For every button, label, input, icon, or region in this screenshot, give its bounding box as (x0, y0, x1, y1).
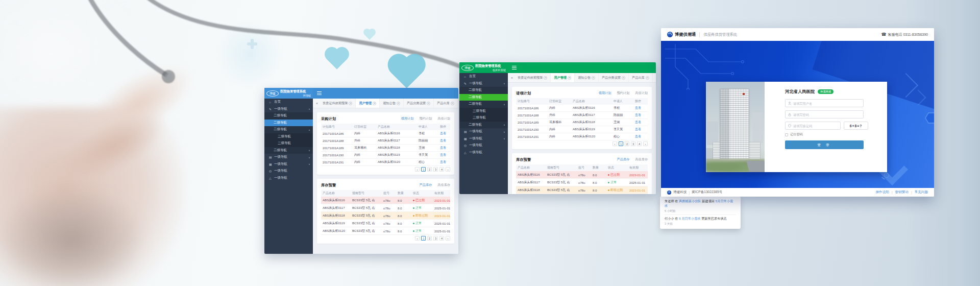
tab-outbound[interactable]: 产品出库× (629, 73, 653, 82)
tab-certificates[interactable]: 资质证件效期预警× (514, 73, 551, 82)
captcha-input[interactable] (793, 124, 838, 128)
page-2[interactable]: 2 (427, 167, 432, 172)
page-prev[interactable]: ‹ (415, 167, 420, 172)
page-next[interactable]: › (446, 167, 450, 172)
plan-link[interactable]: 高值计划 (635, 91, 648, 96)
sidebar-item-nav1[interactable]: △一级导航 (459, 149, 508, 156)
sidebar-item-nav1[interactable]: ✎一级导航∧ (264, 106, 313, 113)
view-link[interactable]: 查看 (438, 138, 450, 143)
sidebar-item-nav2[interactable]: 二级导航 (264, 112, 313, 120)
captcha-question[interactable]: 6+8=? (844, 122, 868, 130)
stock-link[interactable]: 高值库存 (437, 183, 450, 187)
page-2[interactable]: 2 (427, 236, 432, 241)
sidebar-item-nav2[interactable]: 二级导航∧ (264, 126, 313, 133)
sidebar-item-nav2[interactable]: 二级导航∧ (459, 101, 508, 108)
view-link[interactable]: 查看 (438, 131, 450, 136)
feed-link[interactable]: 风辉精英小分队 (679, 199, 701, 203)
tab-close-icon[interactable]: × (349, 102, 352, 105)
sidebar-item-home[interactable]: ⌂首页 (264, 99, 313, 106)
sidebar-item-nav1[interactable]: ◎一级导航 (264, 168, 313, 175)
sidebar-item-nav1[interactable]: ✎一级导航∧ (459, 80, 508, 87)
view-link[interactable]: 查看 (438, 153, 450, 157)
tab-outbound[interactable]: 产品出库× (434, 99, 458, 108)
tab-close-icon[interactable]: × (568, 76, 571, 80)
sidebar-item-nav1[interactable]: ▦一级导航∨ (459, 135, 508, 142)
sidebar-item-nav2-active[interactable]: 二级导航 (459, 94, 508, 101)
tab-close-icon[interactable]: × (592, 76, 595, 80)
tab-notices[interactable]: 通知公告× (575, 73, 599, 82)
page-4[interactable]: 4 (439, 236, 444, 241)
tab-categories[interactable]: 产品分类设置× (404, 99, 434, 108)
tab-certificates[interactable]: 资质证件效期预警× (320, 99, 356, 108)
view-link[interactable]: 查看 (633, 113, 645, 117)
sidebar-item-nav1[interactable]: ◎一级导航 (459, 142, 508, 149)
page-next[interactable]: › (446, 236, 450, 241)
tab-categories[interactable]: 产品分类设置× (599, 73, 629, 82)
page-3[interactable]: 3 (433, 167, 438, 172)
sidebar-item-nav2[interactable]: 二级导航∨ (459, 122, 508, 129)
view-link[interactable]: 查看 (633, 127, 645, 132)
feed-link[interactable]: 5 月日常小需求 (679, 217, 700, 220)
footer-link-faq[interactable]: 常见问题 (915, 190, 928, 195)
sidebar-item-nav3[interactable]: 三级导航 (459, 114, 508, 122)
password-input[interactable] (793, 113, 861, 116)
sidebar-item-nav3[interactable]: 三级导航 (264, 133, 313, 140)
page-4[interactable]: 4 (637, 141, 642, 146)
plan-link[interactable]: 预约计划 (420, 116, 432, 121)
tab-close-icon[interactable]: × (544, 76, 547, 80)
password-field[interactable] (785, 110, 864, 118)
tab-users[interactable]: 用户管理× (356, 99, 380, 108)
collapse-tabs-icon[interactable]: « (314, 102, 320, 105)
page-prev[interactable]: ‹ (415, 236, 420, 241)
tab-close-icon[interactable]: × (622, 76, 625, 80)
tab-close-icon[interactable]: × (373, 102, 376, 105)
sidebar-item-nav3[interactable]: 三级导航 (264, 140, 313, 147)
sidebar-item-nav2[interactable]: 二级导航 (459, 87, 508, 94)
stock-link[interactable]: 产品库存 (420, 183, 432, 187)
footer-link-keydriver[interactable]: 密钥驱动 (895, 190, 909, 195)
view-link[interactable]: 查看 (438, 146, 450, 150)
sidebar-item-nav3[interactable]: 三级导航 (459, 108, 508, 115)
page-next[interactable]: › (643, 141, 648, 146)
plan-link[interactable]: 领用计划 (401, 116, 414, 121)
tab-users[interactable]: 用户管理× (551, 73, 575, 82)
page-3[interactable]: 3 (631, 141, 635, 146)
sidebar-item-nav2-active[interactable]: 二级导航 (264, 120, 313, 127)
username-input[interactable] (793, 102, 861, 105)
tab-close-icon[interactable]: × (451, 102, 454, 105)
checkbox-icon[interactable] (785, 133, 788, 136)
view-link[interactable]: 查看 (438, 160, 450, 164)
view-link[interactable]: 查看 (633, 120, 645, 125)
hamburger-icon[interactable] (512, 67, 517, 68)
page-4[interactable]: 4 (439, 167, 444, 172)
login-button[interactable]: 登 录 (785, 140, 864, 149)
sidebar-item-nav1[interactable]: ▦一级导航∨ (264, 161, 313, 168)
username-field[interactable] (785, 99, 864, 107)
tab-close-icon[interactable]: × (397, 102, 400, 105)
captcha-field[interactable] (785, 122, 841, 130)
page-1[interactable]: 1 (619, 141, 623, 146)
view-link[interactable]: 查看 (633, 134, 645, 139)
sidebar-item-nav2[interactable]: 二级导航∨ (264, 147, 313, 154)
collapse-tabs-icon[interactable]: « (509, 76, 514, 80)
stock-link[interactable]: 高值库存 (635, 157, 648, 162)
sidebar-item-home[interactable]: ⌂首页 (459, 73, 508, 80)
page-1[interactable]: 1 (421, 236, 426, 241)
plan-link[interactable]: 领用计划 (599, 91, 611, 96)
remember-me[interactable]: 记住密码 (785, 132, 864, 137)
plan-link[interactable]: 预约计划 (617, 91, 630, 96)
view-link[interactable]: 查看 (633, 106, 645, 110)
plan-link[interactable]: 高值计划 (437, 116, 450, 121)
page-3[interactable]: 3 (433, 236, 438, 241)
stock-link[interactable]: 产品库存 (617, 157, 630, 162)
page-2[interactable]: 2 (625, 141, 629, 146)
sidebar-item-nav1[interactable]: △一级导航 (264, 175, 313, 182)
tab-close-icon[interactable]: × (646, 76, 649, 80)
tab-notices[interactable]: 通知公告× (380, 99, 404, 108)
page-1[interactable]: 1 (421, 167, 426, 172)
footer-link-manual[interactable]: 操作说明 (875, 190, 889, 195)
hamburger-icon[interactable] (317, 93, 322, 94)
sidebar-item-nav1[interactable]: ▤一级导航∨ (264, 154, 313, 161)
tab-close-icon[interactable]: × (427, 102, 430, 105)
page-prev[interactable]: ‹ (612, 141, 617, 146)
